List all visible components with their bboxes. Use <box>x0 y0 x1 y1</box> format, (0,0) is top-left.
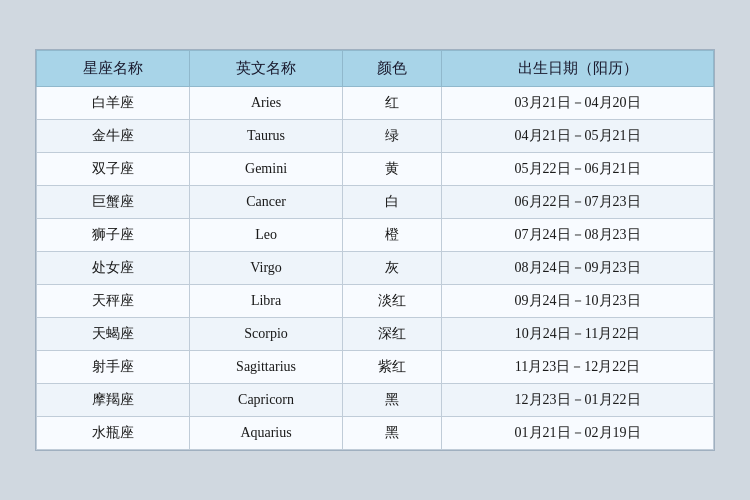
cell-row8-col0: 射手座 <box>37 351 190 384</box>
cell-row9-col0: 摩羯座 <box>37 384 190 417</box>
cell-row4-col1: Leo <box>190 219 343 252</box>
table-row: 天蝎座Scorpio深红10月24日－11月22日 <box>37 318 714 351</box>
cell-row1-col0: 金牛座 <box>37 120 190 153</box>
cell-row0-col0: 白羊座 <box>37 87 190 120</box>
cell-row10-col0: 水瓶座 <box>37 417 190 450</box>
cell-row5-col1: Virgo <box>190 252 343 285</box>
cell-row8-col1: Sagittarius <box>190 351 343 384</box>
cell-row4-col0: 狮子座 <box>37 219 190 252</box>
cell-row3-col0: 巨蟹座 <box>37 186 190 219</box>
cell-row2-col0: 双子座 <box>37 153 190 186</box>
table-row: 巨蟹座Cancer白06月22日－07月23日 <box>37 186 714 219</box>
cell-row10-col2: 黑 <box>343 417 442 450</box>
cell-row10-col1: Aquarius <box>190 417 343 450</box>
cell-row2-col2: 黄 <box>343 153 442 186</box>
cell-row0-col1: Aries <box>190 87 343 120</box>
cell-row7-col1: Scorpio <box>190 318 343 351</box>
cell-row6-col3: 09月24日－10月23日 <box>442 285 714 318</box>
cell-row10-col3: 01月21日－02月19日 <box>442 417 714 450</box>
cell-row5-col0: 处女座 <box>37 252 190 285</box>
cell-row0-col3: 03月21日－04月20日 <box>442 87 714 120</box>
cell-row8-col3: 11月23日－12月22日 <box>442 351 714 384</box>
cell-row4-col3: 07月24日－08月23日 <box>442 219 714 252</box>
table-row: 射手座Sagittarius紫红11月23日－12月22日 <box>37 351 714 384</box>
table-row: 金牛座Taurus绿04月21日－05月21日 <box>37 120 714 153</box>
cell-row5-col3: 08月24日－09月23日 <box>442 252 714 285</box>
table-row: 双子座Gemini黄05月22日－06月21日 <box>37 153 714 186</box>
cell-row7-col0: 天蝎座 <box>37 318 190 351</box>
cell-row3-col2: 白 <box>343 186 442 219</box>
table-row: 处女座Virgo灰08月24日－09月23日 <box>37 252 714 285</box>
col-header-dates: 出生日期（阳历） <box>442 51 714 87</box>
cell-row2-col1: Gemini <box>190 153 343 186</box>
cell-row7-col2: 深红 <box>343 318 442 351</box>
cell-row9-col3: 12月23日－01月22日 <box>442 384 714 417</box>
cell-row9-col1: Capricorn <box>190 384 343 417</box>
cell-row1-col3: 04月21日－05月21日 <box>442 120 714 153</box>
col-header-chinese: 星座名称 <box>37 51 190 87</box>
col-header-english: 英文名称 <box>190 51 343 87</box>
cell-row7-col3: 10月24日－11月22日 <box>442 318 714 351</box>
cell-row1-col2: 绿 <box>343 120 442 153</box>
zodiac-table-container: 星座名称 英文名称 颜色 出生日期（阳历） 白羊座Aries红03月21日－04… <box>35 49 715 451</box>
cell-row4-col2: 橙 <box>343 219 442 252</box>
cell-row3-col1: Cancer <box>190 186 343 219</box>
col-header-color: 颜色 <box>343 51 442 87</box>
cell-row0-col2: 红 <box>343 87 442 120</box>
cell-row9-col2: 黑 <box>343 384 442 417</box>
table-row: 水瓶座Aquarius黑01月21日－02月19日 <box>37 417 714 450</box>
cell-row6-col2: 淡红 <box>343 285 442 318</box>
table-row: 白羊座Aries红03月21日－04月20日 <box>37 87 714 120</box>
table-row: 摩羯座Capricorn黑12月23日－01月22日 <box>37 384 714 417</box>
cell-row2-col3: 05月22日－06月21日 <box>442 153 714 186</box>
cell-row6-col1: Libra <box>190 285 343 318</box>
cell-row1-col1: Taurus <box>190 120 343 153</box>
cell-row3-col3: 06月22日－07月23日 <box>442 186 714 219</box>
cell-row6-col0: 天秤座 <box>37 285 190 318</box>
table-header-row: 星座名称 英文名称 颜色 出生日期（阳历） <box>37 51 714 87</box>
table-row: 狮子座Leo橙07月24日－08月23日 <box>37 219 714 252</box>
cell-row5-col2: 灰 <box>343 252 442 285</box>
table-body: 白羊座Aries红03月21日－04月20日金牛座Taurus绿04月21日－0… <box>37 87 714 450</box>
zodiac-table: 星座名称 英文名称 颜色 出生日期（阳历） 白羊座Aries红03月21日－04… <box>36 50 714 450</box>
table-row: 天秤座Libra淡红09月24日－10月23日 <box>37 285 714 318</box>
cell-row8-col2: 紫红 <box>343 351 442 384</box>
